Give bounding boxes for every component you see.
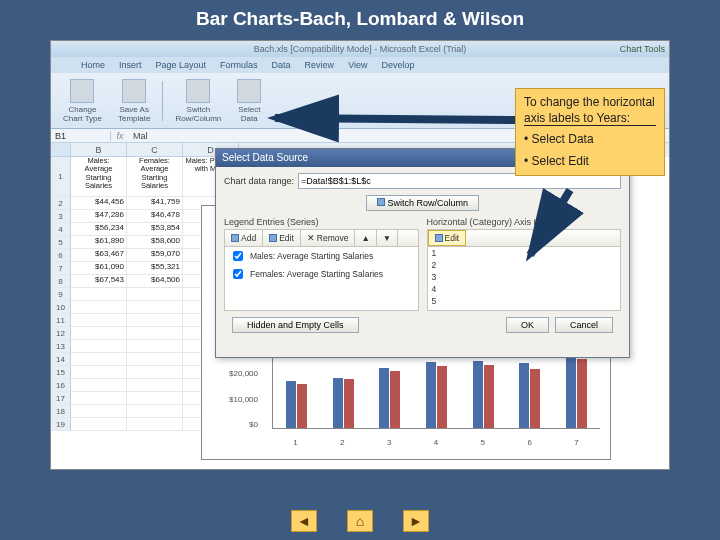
cell-b8[interactable]: $67,543	[71, 275, 127, 288]
cell-b15[interactable]	[71, 366, 127, 379]
cell-c16[interactable]	[127, 379, 183, 392]
cell-c8[interactable]: $64,506	[127, 275, 183, 288]
row-head-10[interactable]: 10	[51, 301, 71, 314]
cell-b3[interactable]: $47,286	[71, 210, 127, 223]
axis-list-item[interactable]: 3	[428, 271, 621, 283]
series-movedown-button[interactable]: ▼	[377, 230, 398, 246]
row-head-11[interactable]: 11	[51, 314, 71, 327]
row-head-18[interactable]: 18	[51, 405, 71, 418]
cell-b7[interactable]: $61,090	[71, 262, 127, 275]
select-data-button[interactable]: Select Data	[233, 77, 265, 125]
row-head-8[interactable]: 8	[51, 275, 71, 288]
tab-view[interactable]: View	[348, 60, 367, 70]
cell-c10[interactable]	[127, 301, 183, 314]
cell-c19[interactable]	[127, 418, 183, 431]
cell-c3[interactable]: $46,478	[127, 210, 183, 223]
bar-series-a	[379, 368, 389, 428]
fx-icon[interactable]: fx	[111, 131, 129, 141]
row-head-5[interactable]: 5	[51, 236, 71, 249]
switch-row-column-button[interactable]: Switch Row/Column	[171, 77, 225, 125]
col-b[interactable]: B	[71, 143, 127, 157]
series-add-button[interactable]: Add	[225, 230, 263, 246]
axis-edit-button[interactable]: Edit	[428, 230, 467, 246]
switch-row-column-dialog-button[interactable]: Switch Row/Column	[366, 195, 479, 211]
axis-list-item[interactable]: 2	[428, 259, 621, 271]
row-head-15[interactable]: 15	[51, 366, 71, 379]
tab-page-layout[interactable]: Page Layout	[156, 60, 207, 70]
formula-bar[interactable]: Mal	[129, 131, 148, 141]
tab-data[interactable]: Data	[272, 60, 291, 70]
cell-c17[interactable]	[127, 392, 183, 405]
cell-c11[interactable]	[127, 314, 183, 327]
series-checkbox[interactable]	[233, 269, 243, 279]
nav-home-button[interactable]: ⌂	[347, 510, 373, 532]
row-head-13[interactable]: 13	[51, 340, 71, 353]
cell-b5[interactable]: $61,890	[71, 236, 127, 249]
save-as-template-button[interactable]: Save As Template	[114, 77, 154, 125]
cell-b19[interactable]	[71, 418, 127, 431]
series-moveup-button[interactable]: ▲	[355, 230, 376, 246]
tab-home[interactable]: Home	[81, 60, 105, 70]
tab-insert[interactable]: Insert	[119, 60, 142, 70]
cell-b14[interactable]	[71, 353, 127, 366]
row-head-7[interactable]: 7	[51, 262, 71, 275]
row-head-2[interactable]: 2	[51, 197, 71, 210]
cell-b12[interactable]	[71, 327, 127, 340]
cell-c14[interactable]	[127, 353, 183, 366]
tab-formulas[interactable]: Formulas	[220, 60, 258, 70]
row-head-6[interactable]: 6	[51, 249, 71, 262]
series-edit-button[interactable]: Edit	[263, 230, 301, 246]
row-head-16[interactable]: 16	[51, 379, 71, 392]
cell-b17[interactable]	[71, 392, 127, 405]
cell-c2[interactable]: $41,759	[127, 197, 183, 210]
cell-c13[interactable]	[127, 340, 183, 353]
series-checkbox[interactable]	[233, 251, 243, 261]
cell-b18[interactable]	[71, 405, 127, 418]
series-remove-button[interactable]: ✕Remove	[301, 230, 356, 246]
change-chart-type-button[interactable]: Change Chart Type	[59, 77, 106, 125]
axis-list-item[interactable]: 5	[428, 295, 621, 307]
row-head-3[interactable]: 3	[51, 210, 71, 223]
cell-c5[interactable]: $58,600	[127, 236, 183, 249]
series-listbox[interactable]: Males: Average Starting Salaries Females…	[224, 247, 419, 311]
tab-developer[interactable]: Develop	[381, 60, 414, 70]
ok-button[interactable]: OK	[506, 317, 549, 333]
axis-listbox[interactable]: 12345	[427, 247, 622, 311]
cancel-button[interactable]: Cancel	[555, 317, 613, 333]
cell-b16[interactable]	[71, 379, 127, 392]
row-head-9[interactable]: 9	[51, 288, 71, 301]
row-head-1[interactable]: 1	[51, 157, 71, 197]
tab-review[interactable]: Review	[305, 60, 335, 70]
axis-list-item[interactable]: 4	[428, 283, 621, 295]
cell-c4[interactable]: $53,854	[127, 223, 183, 236]
hidden-empty-cells-button[interactable]: Hidden and Empty Cells	[232, 317, 359, 333]
select-all-corner[interactable]	[51, 143, 71, 157]
cell-c9[interactable]	[127, 288, 183, 301]
cell-c12[interactable]	[127, 327, 183, 340]
cell-b11[interactable]	[71, 314, 127, 327]
row-head-19[interactable]: 19	[51, 418, 71, 431]
row-head-17[interactable]: 17	[51, 392, 71, 405]
nav-next-button[interactable]: ►	[403, 510, 429, 532]
cell-c15[interactable]	[127, 366, 183, 379]
cell-b2[interactable]: $44,456	[71, 197, 127, 210]
cell-b10[interactable]	[71, 301, 127, 314]
cell-c1[interactable]: Females: Average Starting Salaries	[127, 157, 183, 197]
cell-c7[interactable]: $55,321	[127, 262, 183, 275]
col-c[interactable]: C	[127, 143, 183, 157]
cell-b1[interactable]: Males: Average Starting Salaries	[71, 157, 127, 197]
axis-list-item[interactable]: 1	[428, 247, 621, 259]
nav-back-button[interactable]: ◄	[291, 510, 317, 532]
cell-b6[interactable]: $63,467	[71, 249, 127, 262]
cell-b4[interactable]: $56,234	[71, 223, 127, 236]
row-head-12[interactable]: 12	[51, 327, 71, 340]
cell-b9[interactable]	[71, 288, 127, 301]
cell-c18[interactable]	[127, 405, 183, 418]
name-box[interactable]: B1	[51, 131, 111, 141]
row-head-4[interactable]: 4	[51, 223, 71, 236]
series-list-item[interactable]: Males: Average Starting Salaries	[225, 247, 418, 265]
row-head-14[interactable]: 14	[51, 353, 71, 366]
cell-b13[interactable]	[71, 340, 127, 353]
series-list-item[interactable]: Females: Average Starting Salaries	[225, 265, 418, 283]
cell-c6[interactable]: $59,070	[127, 249, 183, 262]
